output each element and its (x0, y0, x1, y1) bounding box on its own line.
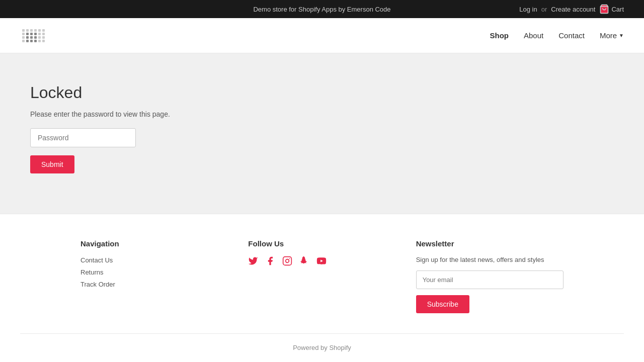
main-nav: Shop About Contact More ▼ (490, 31, 624, 40)
logo-dot (34, 36, 37, 39)
instagram-link[interactable] (282, 256, 292, 268)
footer-grid: Navigation Contact Us Returns Track Orde… (80, 239, 564, 333)
announcement-text: Demo store for Shopify Apps by Emerson C… (253, 6, 390, 13)
nav-more-label: More (600, 31, 617, 40)
top-bar-right: Log in or Create account Cart (519, 4, 624, 14)
footer: Navigation Contact Us Returns Track Orde… (0, 214, 644, 362)
footer-bottom: Powered by Shopify (20, 333, 624, 351)
list-item: Returns (80, 268, 228, 276)
snapchat-icon (299, 256, 309, 266)
top-bar: Demo store for Shopify Apps by Emerson C… (0, 0, 644, 18)
logo-dot (38, 36, 41, 39)
logo-dot (22, 40, 25, 42)
or-separator: or (541, 6, 547, 13)
nav-more-button[interactable]: More ▼ (600, 31, 624, 40)
submit-button[interactable]: Submit (30, 155, 74, 173)
footer-newsletter-title: Newsletter (416, 239, 564, 248)
logo-dot (34, 40, 37, 42)
footer-nav-title: Navigation (80, 239, 228, 248)
nav-shop[interactable]: Shop (490, 31, 509, 40)
logo-dot (38, 29, 41, 32)
logo-dot (26, 36, 29, 39)
logo-dot (42, 33, 45, 35)
list-item: Track Order (80, 280, 228, 288)
logo-dot (42, 36, 45, 39)
logo-dot (38, 40, 41, 42)
instagram-icon (282, 256, 292, 266)
youtube-icon (316, 256, 327, 266)
social-icons (248, 256, 395, 268)
header: Shop About Contact More ▼ (0, 18, 644, 53)
footer-newsletter: Newsletter Sign up for the latest news, … (416, 239, 564, 313)
logo-dot (30, 40, 33, 42)
cart-wrapper[interactable]: Cart (599, 4, 624, 14)
footer-follow-title: Follow Us (248, 239, 395, 248)
twitter-link[interactable] (248, 256, 258, 268)
logo-dot (30, 29, 33, 32)
password-input[interactable] (30, 128, 136, 147)
newsletter-description: Sign up for the latest news, offers and … (416, 256, 564, 263)
footer-returns-link[interactable]: Returns (80, 268, 104, 276)
twitter-icon (248, 256, 258, 266)
locked-container: Locked Please enter the password to view… (20, 83, 282, 173)
powered-by: Powered by Shopify (293, 344, 351, 351)
facebook-link[interactable] (265, 256, 275, 268)
subscribe-button[interactable]: Subscribe (416, 295, 469, 313)
logo-dot (22, 29, 25, 32)
nav-about[interactable]: About (524, 31, 543, 40)
logo-dot (42, 40, 45, 42)
login-link[interactable]: Log in (519, 6, 537, 13)
cart-link[interactable]: Cart (611, 6, 624, 13)
footer-contact-us-link[interactable]: Contact Us (80, 256, 113, 264)
facebook-icon (265, 256, 275, 266)
logo-dot (34, 29, 37, 32)
main-content: Locked Please enter the password to view… (0, 53, 644, 214)
logo-dot (42, 29, 45, 32)
logo[interactable] (20, 27, 47, 44)
cart-icon (599, 4, 609, 14)
email-input[interactable] (416, 270, 564, 289)
logo-dot (26, 29, 29, 32)
snapchat-link[interactable] (299, 256, 309, 268)
logo-dot (30, 36, 33, 39)
svg-rect-1 (283, 257, 292, 265)
create-account-link[interactable]: Create account (551, 6, 595, 13)
chevron-down-icon: ▼ (619, 33, 624, 38)
logo-dot (34, 33, 37, 35)
logo-dot (26, 33, 29, 35)
footer-follow-us: Follow Us (248, 239, 395, 313)
list-item: Contact Us (80, 256, 228, 264)
logo-dot (22, 36, 25, 39)
youtube-link[interactable] (316, 256, 327, 268)
nav-contact[interactable]: Contact (558, 31, 585, 40)
footer-track-order-link[interactable]: Track Order (80, 281, 115, 288)
locked-title: Locked (30, 83, 282, 102)
logo-dot (38, 33, 41, 35)
locked-description: Please enter the password to view this p… (30, 110, 282, 118)
logo-dot (30, 33, 33, 35)
footer-navigation: Navigation Contact Us Returns Track Orde… (80, 239, 228, 313)
logo-dot (26, 40, 29, 42)
logo-dot (22, 33, 25, 35)
footer-links-list: Contact Us Returns Track Order (80, 256, 228, 288)
